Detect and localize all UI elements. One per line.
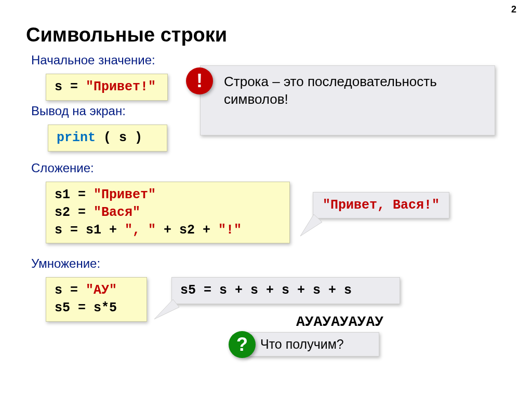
heading-initial: Начальное значение: bbox=[31, 53, 155, 67]
code-rest: ( s ) bbox=[96, 130, 142, 145]
m2: s5 = s*5 bbox=[55, 299, 138, 317]
codebox-concat: s1 = "Привет" s2 = "Вася" s = s1 + ", " … bbox=[46, 182, 290, 243]
c2a: s2 bbox=[55, 205, 70, 220]
speech-tail-icon bbox=[152, 298, 181, 322]
heading-concat: Сложение: bbox=[31, 161, 94, 175]
c2c: "Вася" bbox=[94, 205, 140, 220]
codebox-mult: s = "АУ" s5 = s*5 bbox=[46, 277, 147, 322]
codebox-output: print ( s ) bbox=[48, 125, 167, 152]
c3b: = s1 + bbox=[70, 223, 125, 238]
code-var: s bbox=[55, 79, 62, 94]
speech-mult-expand: s5 = s + s + s + s + s bbox=[171, 277, 400, 304]
code-eq: = bbox=[62, 79, 86, 94]
heading-mult: Умножение: bbox=[31, 256, 100, 271]
c1a: s1 bbox=[55, 187, 70, 202]
mult-result: АУАУАУАУАУ bbox=[296, 314, 383, 330]
c3a: s bbox=[55, 223, 70, 238]
m1a: s bbox=[55, 283, 62, 298]
question-badge-icon: ? bbox=[229, 331, 256, 358]
info-callout: Строка – это последовательность символов… bbox=[200, 65, 495, 135]
info-text: Строка – это последовательность символов… bbox=[224, 74, 437, 107]
speech-concat-result: "Привет, Вася!" bbox=[313, 192, 449, 218]
slide-title: Символьные строки bbox=[26, 24, 227, 46]
question-text: Что получим? bbox=[260, 337, 344, 351]
m1b: = bbox=[62, 283, 86, 298]
codebox-initial: s = "Привет!" bbox=[46, 74, 168, 101]
heading-output: Вывод на экран: bbox=[31, 104, 126, 118]
svg-marker-1 bbox=[154, 299, 179, 319]
code-str: "Привет!" bbox=[86, 79, 156, 94]
code-kw: print bbox=[57, 130, 96, 145]
page-number: 2 bbox=[511, 4, 516, 15]
c3c: ", " bbox=[125, 223, 156, 238]
svg-marker-0 bbox=[300, 214, 322, 236]
c1b: = bbox=[70, 187, 94, 202]
m1c: "АУ" bbox=[86, 283, 117, 298]
c2b: = bbox=[70, 205, 94, 220]
speech-tail-icon bbox=[297, 213, 323, 239]
c3d: + s2 + bbox=[156, 223, 218, 238]
exclamation-badge-icon: ! bbox=[186, 67, 213, 94]
question-callout: Что получим? bbox=[244, 332, 379, 356]
c1c: "Привет" bbox=[94, 187, 156, 202]
c3e: "!" bbox=[218, 223, 242, 238]
